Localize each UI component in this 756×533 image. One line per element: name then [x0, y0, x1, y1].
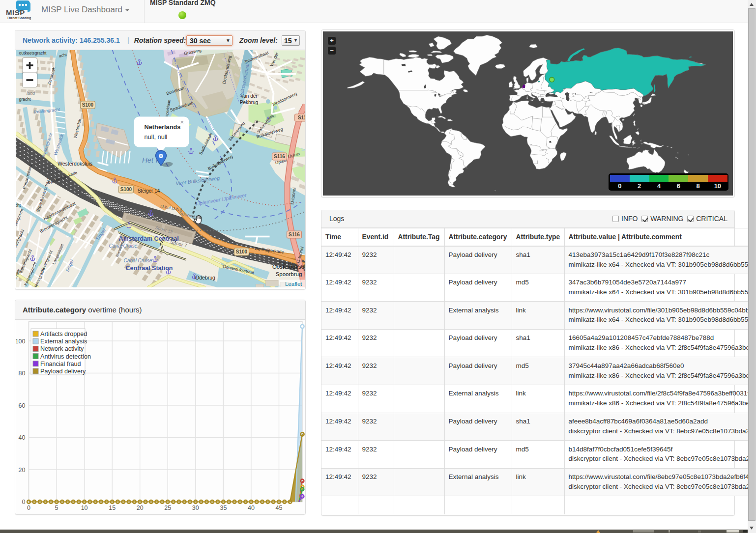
- svg-text:10: 10: [81, 505, 88, 511]
- svg-text:Artifacts dropped: Artifacts dropped: [40, 331, 87, 337]
- svg-text:Canal Cruise: Canal Cruise: [109, 243, 138, 249]
- svg-text:20: 20: [19, 467, 26, 474]
- svg-text:80: 80: [19, 370, 26, 377]
- svg-text:Netherlands: Netherlands: [145, 123, 181, 131]
- svg-text:S100: S100: [236, 249, 248, 254]
- svg-text:0: 0: [27, 505, 30, 511]
- svg-text:S116: S116: [289, 232, 300, 237]
- svg-text:Westerdoksluis: Westerdoksluis: [58, 161, 92, 167]
- svg-text:Payload delivery: Payload delivery: [40, 368, 86, 375]
- svg-text:100: 100: [16, 338, 26, 345]
- svg-text:20: 20: [137, 505, 144, 511]
- svg-text:Leaflet: Leaflet: [285, 281, 302, 287]
- svg-text:40: 40: [248, 505, 255, 511]
- svg-text:Steiger 14: Steiger 14: [138, 188, 160, 194]
- svg-text:Network activity: Network activity: [40, 345, 84, 352]
- svg-text:40: 40: [19, 434, 26, 441]
- svg-text:null, null: null, null: [145, 133, 168, 140]
- svg-text:35: 35: [220, 505, 227, 511]
- svg-text:S100: S100: [82, 102, 94, 108]
- svg-text:S100: S100: [120, 187, 132, 192]
- svg-text:External analysis: External analysis: [40, 338, 87, 345]
- svg-text:S11: S11: [298, 115, 305, 120]
- svg-text:×: ×: [180, 118, 184, 126]
- svg-text:S116: S116: [274, 154, 285, 159]
- svg-text:cht: cht: [16, 203, 21, 208]
- svg-text:Odebrug: Odebrug: [195, 275, 215, 281]
- svg-text:Pekbrug: Pekbrug: [240, 100, 258, 105]
- svg-text:0: 0: [22, 499, 26, 505]
- svg-text:land: land: [27, 91, 35, 96]
- svg-text:Antivirus detection: Antivirus detection: [40, 353, 91, 360]
- svg-text:25: 25: [164, 505, 171, 511]
- svg-text:Canal Cruise: Canal Cruise: [124, 258, 152, 263]
- svg-text:gracht: gracht: [19, 97, 31, 102]
- svg-text:30: 30: [192, 505, 199, 511]
- svg-text:5: 5: [55, 505, 58, 511]
- svg-text:Centraal Station: Centraal Station: [126, 265, 173, 272]
- svg-text:15: 15: [109, 505, 116, 511]
- svg-text:Spoorbrug: Spoorbrug: [276, 271, 302, 277]
- svg-text:MISP: MISP: [6, 8, 25, 17]
- svg-text:Amsterdam Centraal: Amsterdam Centraal: [118, 235, 178, 242]
- svg-text:60: 60: [19, 402, 26, 409]
- svg-text:Financial fraud: Financial fraud: [40, 361, 81, 367]
- svg-text:45: 45: [276, 505, 283, 511]
- svg-text:Threat Sharing: Threat Sharing: [7, 16, 31, 20]
- svg-text:outkeetsgracht: outkeetsgracht: [19, 51, 47, 56]
